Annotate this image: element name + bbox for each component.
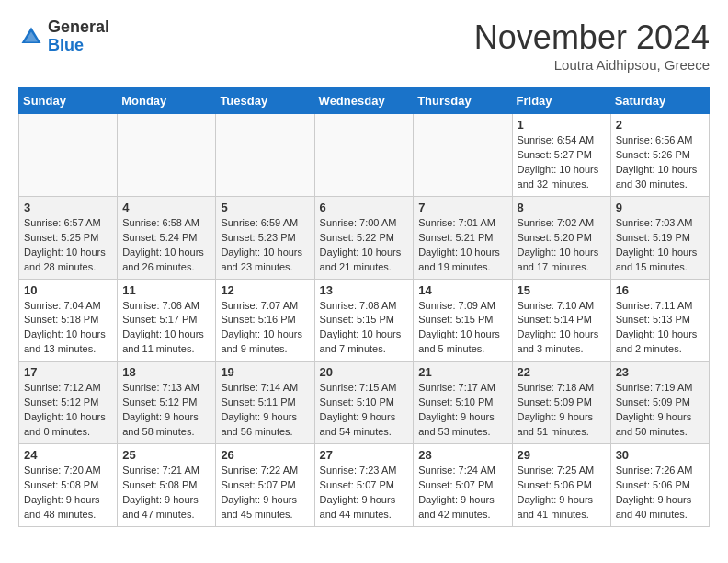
- weekday-header: Friday: [512, 88, 610, 114]
- day-number: 7: [418, 201, 506, 214]
- calendar-week-row: 1Sunrise: 6:54 AM Sunset: 5:27 PM Daylig…: [19, 114, 710, 197]
- calendar-cell: 20Sunrise: 7:15 AM Sunset: 5:10 PM Dayli…: [314, 362, 414, 444]
- logo: General Blue: [18, 18, 109, 55]
- day-detail: Sunrise: 7:09 AM Sunset: 5:15 PM Dayligh…: [418, 299, 506, 358]
- day-number: 17: [24, 365, 112, 379]
- weekday-header: Wednesday: [314, 88, 414, 114]
- calendar-cell: 27Sunrise: 7:23 AM Sunset: 5:07 PM Dayli…: [314, 444, 414, 527]
- day-number: 30: [616, 448, 704, 462]
- day-number: 11: [122, 283, 210, 297]
- calendar-cell: 9Sunrise: 7:03 AM Sunset: 5:19 PM Daylig…: [610, 196, 709, 279]
- day-number: 13: [320, 283, 409, 297]
- day-number: 10: [24, 283, 112, 297]
- day-detail: Sunrise: 7:01 AM Sunset: 5:21 PM Dayligh…: [418, 216, 506, 275]
- weekday-header: Saturday: [610, 88, 709, 114]
- day-detail: Sunrise: 7:07 AM Sunset: 5:16 PM Dayligh…: [221, 299, 309, 358]
- logo-icon: [18, 24, 44, 50]
- day-number: 15: [518, 283, 606, 297]
- calendar-week-row: 10Sunrise: 7:04 AM Sunset: 5:18 PM Dayli…: [19, 279, 710, 362]
- calendar-week-row: 17Sunrise: 7:12 AM Sunset: 5:12 PM Dayli…: [19, 362, 710, 444]
- day-detail: Sunrise: 7:13 AM Sunset: 5:12 PM Dayligh…: [122, 381, 210, 440]
- day-detail: Sunrise: 6:57 AM Sunset: 5:25 PM Dayligh…: [24, 216, 112, 275]
- day-detail: Sunrise: 6:59 AM Sunset: 5:23 PM Dayligh…: [221, 216, 309, 275]
- day-detail: Sunrise: 7:26 AM Sunset: 5:06 PM Dayligh…: [616, 464, 704, 523]
- calendar-cell: 1Sunrise: 6:54 AM Sunset: 5:27 PM Daylig…: [512, 114, 610, 197]
- day-number: 26: [221, 448, 309, 462]
- day-detail: Sunrise: 7:20 AM Sunset: 5:08 PM Dayligh…: [24, 464, 112, 523]
- calendar-cell: 8Sunrise: 7:02 AM Sunset: 5:20 PM Daylig…: [512, 196, 610, 279]
- calendar-cell: 14Sunrise: 7:09 AM Sunset: 5:15 PM Dayli…: [414, 279, 512, 362]
- calendar-cell: 26Sunrise: 7:22 AM Sunset: 5:07 PM Dayli…: [216, 444, 314, 527]
- calendar-week-row: 24Sunrise: 7:20 AM Sunset: 5:08 PM Dayli…: [19, 444, 710, 527]
- day-detail: Sunrise: 6:56 AM Sunset: 5:26 PM Dayligh…: [616, 133, 704, 192]
- calendar-week-row: 3Sunrise: 6:57 AM Sunset: 5:25 PM Daylig…: [19, 196, 710, 279]
- calendar-cell: 4Sunrise: 6:58 AM Sunset: 5:24 PM Daylig…: [118, 196, 216, 279]
- day-number: 18: [122, 365, 210, 379]
- title-block: November 2024 Loutra Aidhipsou, Greece: [474, 18, 710, 73]
- day-number: 2: [616, 118, 704, 132]
- day-number: 12: [221, 283, 309, 297]
- day-detail: Sunrise: 7:18 AM Sunset: 5:09 PM Dayligh…: [518, 381, 606, 440]
- calendar-cell: 21Sunrise: 7:17 AM Sunset: 5:10 PM Dayli…: [414, 362, 512, 444]
- day-number: 29: [518, 448, 606, 462]
- day-number: 16: [616, 283, 704, 297]
- day-number: 14: [418, 283, 506, 297]
- day-number: 5: [221, 201, 309, 214]
- calendar-table: SundayMondayTuesdayWednesdayThursdayFrid…: [18, 87, 710, 527]
- day-detail: Sunrise: 7:17 AM Sunset: 5:10 PM Dayligh…: [418, 381, 506, 440]
- calendar-cell: 6Sunrise: 7:00 AM Sunset: 5:22 PM Daylig…: [314, 196, 414, 279]
- day-detail: Sunrise: 7:14 AM Sunset: 5:11 PM Dayligh…: [221, 381, 309, 440]
- day-detail: Sunrise: 7:06 AM Sunset: 5:17 PM Dayligh…: [122, 299, 210, 358]
- day-detail: Sunrise: 7:25 AM Sunset: 5:06 PM Dayligh…: [518, 464, 606, 523]
- day-number: 23: [616, 365, 704, 379]
- day-number: 19: [221, 365, 309, 379]
- day-detail: Sunrise: 7:21 AM Sunset: 5:08 PM Dayligh…: [122, 464, 210, 523]
- weekday-header: Sunday: [19, 88, 118, 114]
- day-detail: Sunrise: 7:00 AM Sunset: 5:22 PM Dayligh…: [320, 216, 409, 275]
- calendar-cell: 30Sunrise: 7:26 AM Sunset: 5:06 PM Dayli…: [610, 444, 709, 527]
- day-detail: Sunrise: 7:04 AM Sunset: 5:18 PM Dayligh…: [24, 299, 112, 358]
- day-detail: Sunrise: 7:12 AM Sunset: 5:12 PM Dayligh…: [24, 381, 112, 440]
- day-number: 3: [24, 201, 112, 214]
- day-detail: Sunrise: 7:22 AM Sunset: 5:07 PM Dayligh…: [221, 464, 309, 523]
- day-detail: Sunrise: 7:15 AM Sunset: 5:10 PM Dayligh…: [320, 381, 409, 440]
- calendar-cell: [216, 114, 314, 197]
- calendar-cell: [19, 114, 118, 197]
- day-number: 22: [518, 365, 606, 379]
- day-number: 1: [518, 118, 606, 132]
- calendar-cell: 17Sunrise: 7:12 AM Sunset: 5:12 PM Dayli…: [19, 362, 118, 444]
- month-title: November 2024: [474, 18, 710, 57]
- calendar-cell: 18Sunrise: 7:13 AM Sunset: 5:12 PM Dayli…: [118, 362, 216, 444]
- day-number: 6: [320, 201, 409, 214]
- calendar-cell: 11Sunrise: 7:06 AM Sunset: 5:17 PM Dayli…: [118, 279, 216, 362]
- location: Loutra Aidhipsou, Greece: [474, 57, 710, 73]
- calendar-cell: 22Sunrise: 7:18 AM Sunset: 5:09 PM Dayli…: [512, 362, 610, 444]
- day-number: 21: [418, 365, 506, 379]
- calendar-cell: [314, 114, 414, 197]
- calendar-cell: 13Sunrise: 7:08 AM Sunset: 5:15 PM Dayli…: [314, 279, 414, 362]
- logo-text: General Blue: [48, 18, 109, 55]
- calendar-cell: 15Sunrise: 7:10 AM Sunset: 5:14 PM Dayli…: [512, 279, 610, 362]
- calendar-cell: 2Sunrise: 6:56 AM Sunset: 5:26 PM Daylig…: [610, 114, 709, 197]
- day-number: 28: [418, 448, 506, 462]
- calendar-header-row: SundayMondayTuesdayWednesdayThursdayFrid…: [19, 88, 710, 114]
- day-number: 4: [122, 201, 210, 214]
- day-detail: Sunrise: 6:58 AM Sunset: 5:24 PM Dayligh…: [122, 216, 210, 275]
- page-header: General Blue November 2024 Loutra Aidhip…: [18, 18, 710, 73]
- day-detail: Sunrise: 7:08 AM Sunset: 5:15 PM Dayligh…: [320, 299, 409, 358]
- day-detail: Sunrise: 7:23 AM Sunset: 5:07 PM Dayligh…: [320, 464, 409, 523]
- day-detail: Sunrise: 7:11 AM Sunset: 5:13 PM Dayligh…: [616, 299, 704, 358]
- day-detail: Sunrise: 7:03 AM Sunset: 5:19 PM Dayligh…: [616, 216, 704, 275]
- calendar-cell: [118, 114, 216, 197]
- calendar-cell: 16Sunrise: 7:11 AM Sunset: 5:13 PM Dayli…: [610, 279, 709, 362]
- day-number: 20: [320, 365, 409, 379]
- calendar-cell: [414, 114, 512, 197]
- day-detail: Sunrise: 7:19 AM Sunset: 5:09 PM Dayligh…: [616, 381, 704, 440]
- day-detail: Sunrise: 7:10 AM Sunset: 5:14 PM Dayligh…: [518, 299, 606, 358]
- day-detail: Sunrise: 7:24 AM Sunset: 5:07 PM Dayligh…: [418, 464, 506, 523]
- day-number: 9: [616, 201, 704, 214]
- day-number: 27: [320, 448, 409, 462]
- day-detail: Sunrise: 7:02 AM Sunset: 5:20 PM Dayligh…: [518, 216, 606, 275]
- calendar-cell: 19Sunrise: 7:14 AM Sunset: 5:11 PM Dayli…: [216, 362, 314, 444]
- calendar-cell: 24Sunrise: 7:20 AM Sunset: 5:08 PM Dayli…: [19, 444, 118, 527]
